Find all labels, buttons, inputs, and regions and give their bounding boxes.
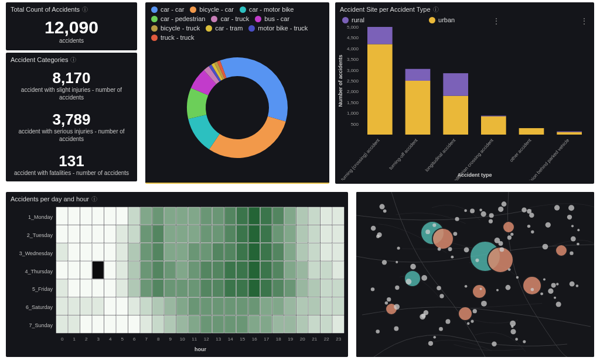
heatmap-cell[interactable] bbox=[213, 262, 224, 279]
heatmap-cell[interactable] bbox=[165, 279, 176, 297]
map-point[interactable] bbox=[554, 205, 560, 210]
legend-item[interactable]: urban bbox=[429, 16, 455, 23]
map-point[interactable] bbox=[396, 261, 398, 263]
map-point[interactable] bbox=[439, 294, 444, 298]
map-point[interactable] bbox=[473, 309, 477, 313]
map-point[interactable] bbox=[551, 283, 556, 288]
map-point[interactable] bbox=[385, 301, 388, 304]
map-point[interactable] bbox=[479, 208, 482, 211]
map-point[interactable] bbox=[475, 259, 479, 262]
heatmap-cell[interactable] bbox=[248, 279, 260, 297]
heatmap-cell[interactable] bbox=[237, 262, 248, 279]
heatmap-cell[interactable] bbox=[93, 315, 104, 333]
heatmap-cell[interactable] bbox=[176, 315, 188, 333]
map-point[interactable] bbox=[576, 284, 579, 287]
map-point[interactable] bbox=[379, 204, 384, 210]
heatmap-cell[interactable] bbox=[93, 207, 104, 225]
legend-item[interactable]: car - tram bbox=[206, 25, 243, 32]
bar-segment[interactable] bbox=[481, 116, 506, 116]
heatmap-cell[interactable] bbox=[224, 225, 236, 243]
heatmap-cell[interactable] bbox=[237, 243, 248, 261]
map-point[interactable] bbox=[425, 229, 430, 234]
heatmap-cell[interactable] bbox=[200, 315, 212, 333]
heatmap-cell[interactable] bbox=[321, 279, 332, 297]
map-point[interactable] bbox=[516, 276, 519, 279]
heatmap-cell[interactable] bbox=[152, 279, 164, 297]
map-point[interactable] bbox=[395, 286, 399, 290]
heatmap-cell[interactable] bbox=[56, 225, 68, 243]
heatmap-cell[interactable] bbox=[152, 243, 164, 261]
heatmap-cell[interactable] bbox=[285, 207, 296, 225]
heatmap-cell[interactable] bbox=[69, 262, 80, 279]
heatmap-cell[interactable] bbox=[200, 243, 212, 261]
map-point[interactable] bbox=[464, 247, 469, 252]
heatmap-cell[interactable] bbox=[296, 262, 308, 279]
bar-segment[interactable] bbox=[405, 69, 431, 81]
heatmap-cell[interactable] bbox=[296, 315, 308, 333]
heatmap-cell[interactable] bbox=[141, 207, 152, 225]
heatmap-cell[interactable] bbox=[104, 207, 116, 225]
heatmap-cell[interactable] bbox=[141, 262, 152, 279]
map-point[interactable] bbox=[529, 212, 534, 217]
heatmap-cell[interactable] bbox=[165, 207, 176, 225]
heatmap-cell[interactable] bbox=[333, 243, 345, 261]
heatmap-cell[interactable] bbox=[69, 207, 80, 225]
map-bubble[interactable] bbox=[503, 221, 514, 233]
heatmap-cell[interactable] bbox=[248, 225, 260, 243]
heatmap-cell[interactable] bbox=[296, 243, 308, 261]
heatmap-cell[interactable] bbox=[189, 297, 200, 315]
heatmap-cell[interactable] bbox=[237, 315, 248, 333]
heatmap-cell[interactable] bbox=[128, 225, 140, 243]
heatmap-cell[interactable] bbox=[93, 243, 104, 261]
heatmap-cell[interactable] bbox=[248, 207, 260, 225]
heatmap-cell[interactable] bbox=[176, 225, 188, 243]
heatmap-cell[interactable] bbox=[69, 279, 80, 297]
heatmap-cell[interactable] bbox=[141, 279, 152, 297]
heatmap-cell[interactable] bbox=[176, 207, 188, 225]
legend-item[interactable]: car - motor bike bbox=[240, 6, 294, 13]
heatmap-cell[interactable] bbox=[285, 243, 296, 261]
heatmap-cell[interactable] bbox=[176, 243, 188, 261]
map-point[interactable] bbox=[481, 301, 487, 307]
map-point[interactable] bbox=[507, 235, 512, 239]
heatmap-cell[interactable] bbox=[224, 279, 236, 297]
heatmap-cell[interactable] bbox=[117, 279, 128, 297]
heatmap-cell[interactable] bbox=[117, 207, 128, 225]
heatmap-cell[interactable] bbox=[285, 315, 296, 333]
heatmap-cell[interactable] bbox=[69, 243, 80, 261]
donut-slice[interactable] bbox=[220, 57, 288, 122]
heatmap-cell[interactable] bbox=[165, 225, 176, 243]
heatmap-cell[interactable] bbox=[248, 315, 260, 333]
heatmap-cell[interactable] bbox=[333, 207, 345, 225]
map-point[interactable] bbox=[376, 329, 380, 334]
bar-segment[interactable] bbox=[367, 44, 393, 135]
map-point[interactable] bbox=[527, 209, 531, 214]
heatmap-cell[interactable] bbox=[200, 207, 212, 225]
heatmap-cell[interactable] bbox=[248, 243, 260, 261]
info-icon[interactable]: i bbox=[91, 196, 97, 202]
map-point[interactable] bbox=[465, 285, 468, 288]
heatmap-cell[interactable] bbox=[296, 225, 308, 243]
legend-item[interactable]: bicycle - car bbox=[190, 6, 234, 13]
map-point[interactable] bbox=[523, 340, 526, 343]
map-point[interactable] bbox=[428, 341, 433, 346]
heatmap-cell[interactable] bbox=[128, 315, 140, 333]
heatmap-cell[interactable] bbox=[117, 315, 128, 333]
heatmap-cell[interactable] bbox=[224, 315, 236, 333]
map-point[interactable] bbox=[556, 283, 558, 285]
map-point[interactable] bbox=[480, 288, 482, 290]
map-point[interactable] bbox=[448, 247, 452, 251]
map-point[interactable] bbox=[371, 287, 374, 291]
heatmap-cell[interactable] bbox=[333, 297, 345, 315]
map-point[interactable] bbox=[527, 225, 530, 228]
map-point[interactable] bbox=[489, 213, 494, 218]
map-bubble[interactable] bbox=[555, 245, 567, 256]
heatmap-cell[interactable] bbox=[93, 279, 104, 297]
heatmap-cell[interactable] bbox=[117, 262, 128, 279]
bar-segment[interactable] bbox=[367, 27, 393, 44]
map-point[interactable] bbox=[438, 248, 441, 251]
stacked-bar-chart[interactable]: 5001,0001,5002,0002,5003,0003,5004,0004,… bbox=[335, 23, 594, 180]
map-point[interactable] bbox=[439, 327, 443, 331]
heatmap-cell[interactable] bbox=[272, 262, 284, 279]
heatmap-cell[interactable] bbox=[176, 262, 188, 279]
